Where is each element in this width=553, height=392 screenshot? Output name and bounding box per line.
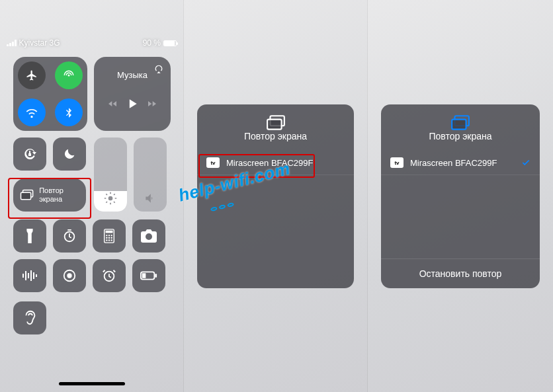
svg-point-22 bbox=[110, 239, 112, 241]
flashlight-icon bbox=[24, 229, 36, 243]
tv-icon: tv bbox=[390, 157, 404, 168]
back-icon[interactable] bbox=[106, 98, 119, 109]
signal-icon bbox=[7, 40, 17, 46]
svg-line-8 bbox=[114, 202, 115, 203]
media-tile[interactable]: Музыка bbox=[94, 57, 171, 131]
low-power-icon bbox=[140, 271, 157, 280]
calculator-icon bbox=[103, 229, 116, 243]
camera-button[interactable] bbox=[132, 219, 165, 253]
volume-icon bbox=[144, 192, 157, 205]
screen-mirroring-icon bbox=[450, 115, 470, 131]
airplane-toggle[interactable] bbox=[18, 61, 46, 89]
wifi-icon bbox=[25, 106, 38, 119]
home-indicator[interactable] bbox=[59, 382, 125, 385]
do-not-disturb-icon bbox=[62, 147, 77, 161]
flashlight-button[interactable] bbox=[13, 219, 46, 253]
airplay-icon bbox=[153, 63, 164, 74]
cellular-icon bbox=[63, 69, 75, 81]
battery-percent: 90 % bbox=[143, 38, 161, 48]
svg-line-10 bbox=[114, 194, 115, 195]
carrier-label: Kyivstar 3G bbox=[19, 38, 60, 48]
cellular-toggle[interactable] bbox=[55, 61, 83, 89]
rotation-lock-toggle[interactable] bbox=[13, 137, 46, 171]
brightness-icon bbox=[104, 192, 117, 205]
svg-point-19 bbox=[110, 237, 112, 239]
callout-highlight-device bbox=[198, 154, 315, 178]
bluetooth-toggle[interactable] bbox=[55, 98, 83, 126]
voice-memo-icon bbox=[22, 270, 38, 282]
svg-point-18 bbox=[108, 237, 110, 239]
callout-highlight-mirror bbox=[8, 178, 91, 219]
volume-slider[interactable] bbox=[134, 137, 167, 212]
alarm-button[interactable] bbox=[93, 259, 126, 292]
svg-point-30 bbox=[67, 273, 71, 278]
control-center-screenshot-2: Повтор экрана tv Mirascreen BFAC299F hel… bbox=[184, 0, 368, 392]
svg-point-16 bbox=[110, 235, 112, 236]
checkmark-icon bbox=[521, 158, 531, 167]
svg-point-17 bbox=[106, 237, 107, 239]
calculator-button[interactable] bbox=[93, 219, 126, 253]
svg-point-2 bbox=[108, 196, 113, 201]
svg-line-7 bbox=[106, 194, 107, 195]
wifi-toggle[interactable] bbox=[18, 98, 46, 126]
stop-mirroring-button[interactable]: Остановить повтор bbox=[381, 258, 540, 288]
svg-point-14 bbox=[106, 235, 107, 236]
connectivity-tile[interactable] bbox=[13, 57, 87, 131]
svg-rect-13 bbox=[106, 231, 113, 233]
svg-point-20 bbox=[106, 239, 107, 241]
screen-record-icon bbox=[62, 268, 77, 283]
hearing-button[interactable] bbox=[13, 301, 46, 334]
forward-icon[interactable] bbox=[146, 98, 159, 109]
svg-point-15 bbox=[108, 235, 110, 236]
svg-line-9 bbox=[106, 202, 107, 203]
alarm-icon bbox=[102, 268, 116, 283]
control-center-screenshot-1: Kyivstar 3G 90 % Музыка bbox=[0, 0, 184, 392]
device-name: Mirascreen BFAC299F bbox=[410, 158, 497, 168]
do-not-disturb-toggle[interactable] bbox=[53, 137, 86, 171]
svg-rect-34 bbox=[142, 273, 146, 278]
svg-rect-38 bbox=[452, 120, 466, 130]
screen-mirroring-sheet: Повтор экрана tv Mirascreen BFAC299F bbox=[197, 104, 354, 288]
status-bar: Kyivstar 3G 90 % bbox=[0, 38, 183, 48]
sheet-title: Повтор экрана bbox=[197, 131, 354, 141]
svg-rect-33 bbox=[155, 274, 157, 278]
control-center-screenshot-3: Повтор экрана tv Mirascreen BFAC299F Ост… bbox=[368, 0, 553, 392]
airplane-icon bbox=[26, 69, 38, 81]
rotation-lock-icon bbox=[22, 146, 38, 162]
brightness-slider[interactable] bbox=[94, 137, 127, 212]
screen-mirroring-sheet-connected: Повтор экрана tv Mirascreen BFAC299F Ост… bbox=[381, 104, 540, 288]
voice-memo-button[interactable] bbox=[13, 259, 46, 292]
timer-icon bbox=[62, 229, 77, 243]
screen-record-button[interactable] bbox=[53, 259, 86, 292]
svg-rect-36 bbox=[267, 120, 281, 130]
sheet-title: Повтор экрана bbox=[381, 131, 540, 141]
play-icon[interactable] bbox=[126, 97, 139, 110]
timer-button[interactable] bbox=[53, 219, 86, 253]
device-row-connected[interactable]: tv Mirascreen BFAC299F bbox=[381, 151, 540, 175]
bluetooth-icon bbox=[64, 107, 74, 118]
camera-icon bbox=[141, 229, 157, 243]
hearing-icon bbox=[22, 309, 37, 327]
low-power-button[interactable] bbox=[132, 259, 165, 292]
battery-icon bbox=[163, 40, 177, 46]
svg-point-21 bbox=[108, 239, 110, 241]
screen-mirroring-icon bbox=[266, 115, 286, 131]
